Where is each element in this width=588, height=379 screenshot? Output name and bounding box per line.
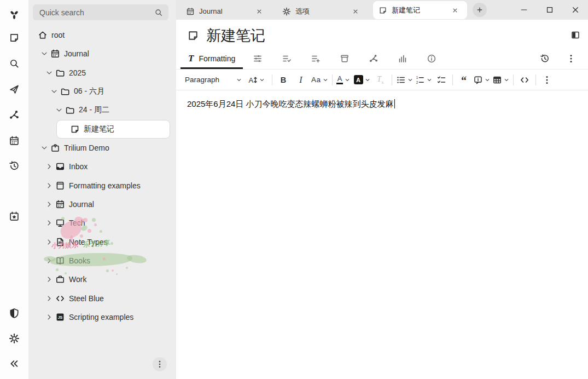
- bold-button[interactable]: B: [276, 72, 290, 88]
- trilium-logo-button[interactable]: [8, 8, 21, 21]
- tab-close-button[interactable]: [453, 6, 462, 15]
- insert-table-dropdown[interactable]: [492, 72, 509, 88]
- note-info-button[interactable]: [417, 48, 446, 69]
- ribbon-tab-formatting[interactable]: T Formatting: [181, 48, 243, 69]
- ribbon-more-button[interactable]: [564, 50, 578, 67]
- quick-search[interactable]: [33, 4, 168, 20]
- tree-item-Inbox[interactable]: Inbox: [28, 157, 176, 176]
- tree-item-24 - 周二[interactable]: 24 - 周二: [28, 101, 176, 119]
- new-note-button[interactable]: [8, 31, 21, 44]
- tree-item-Steel Blue[interactable]: Steel Blue: [28, 289, 176, 308]
- inherited-attributes-button[interactable]: [301, 48, 330, 69]
- tab-Journal[interactable]: Journal: [181, 3, 271, 20]
- blockquote-button[interactable]: “: [457, 72, 471, 88]
- ribbon: T Formatting: [176, 48, 588, 70]
- note-paths-button[interactable]: [330, 48, 359, 69]
- window-minimize-button[interactable]: [515, 2, 532, 18]
- tree-expander-icon[interactable]: [45, 313, 53, 321]
- note-title[interactable]: 新建笔记: [206, 26, 265, 45]
- kebab-icon: [542, 75, 552, 85]
- recent-changes-button[interactable]: [8, 159, 21, 173]
- window-maximize-button[interactable]: [541, 2, 558, 18]
- tree-expander-icon[interactable]: [45, 257, 53, 265]
- tree-expander-icon[interactable]: [45, 238, 53, 246]
- tree-expander-icon[interactable]: [45, 182, 53, 190]
- tree-item-Formatting examples[interactable]: Formatting examples: [28, 176, 176, 195]
- font-size-dropdown[interactable]: A: [244, 72, 268, 88]
- tree-item-label: Scripting examples: [69, 313, 133, 321]
- tree-item-Trilium Demo[interactable]: Trilium Demo: [28, 139, 176, 157]
- tree-expander-icon[interactable]: [55, 106, 63, 114]
- tab-close-button[interactable]: [353, 7, 362, 16]
- tree-actions-button[interactable]: [153, 357, 167, 371]
- maximize-icon: [545, 5, 554, 14]
- bulleted-list-dropdown[interactable]: [396, 72, 413, 88]
- numbered-list-dropdown[interactable]: 12: [415, 72, 432, 88]
- text-case-dropdown[interactable]: Aa: [311, 72, 328, 88]
- tree-expander-icon[interactable]: [40, 144, 48, 152]
- today-button[interactable]: [8, 210, 21, 223]
- tree-item-Note Types[interactable]: Note Types: [28, 233, 176, 251]
- note-revisions-button[interactable]: [538, 50, 552, 67]
- history-icon: [540, 54, 550, 64]
- tree-expander-icon[interactable]: [40, 50, 48, 58]
- tree-item-root[interactable]: root: [28, 26, 176, 44]
- tree-expander-icon[interactable]: [45, 295, 53, 302]
- chevron-down-icon: [504, 77, 509, 83]
- italic-button[interactable]: I: [294, 72, 308, 88]
- tree-item-新建笔记[interactable]: 新建笔记: [28, 120, 176, 139]
- tree-item-Scripting examples[interactable]: JS Scripting examples: [28, 308, 176, 326]
- tree-item-label: Trilium Demo: [64, 143, 109, 152]
- info-icon: [427, 54, 436, 64]
- tree-expander-icon[interactable]: [45, 275, 53, 283]
- window-close-button[interactable]: [567, 2, 584, 18]
- tab-选项[interactable]: 选项: [277, 3, 368, 20]
- tree-item-Work[interactable]: Work: [28, 270, 176, 289]
- collapse-pane-icon: [9, 358, 20, 369]
- note-type-icon[interactable]: [187, 30, 199, 42]
- note-editor[interactable]: 2025年6月24日 小刀今晚吃变态辣螺蛳粉被辣到头皮发麻: [176, 90, 588, 379]
- basic-properties-button[interactable]: [243, 48, 272, 69]
- create-split-button[interactable]: [570, 30, 580, 42]
- monitor-icon: [55, 218, 65, 228]
- tree-item-Tech[interactable]: Tech: [28, 214, 176, 232]
- similar-notes-button[interactable]: [388, 48, 417, 69]
- formatting-toolbar: Paragraph A B I Aa A: [176, 70, 588, 90]
- protected-session-button[interactable]: [8, 307, 21, 320]
- tab-新建笔记[interactable]: 新建笔记: [373, 1, 467, 19]
- background-color-dropdown[interactable]: A: [354, 72, 370, 88]
- font-size-icon: A: [248, 75, 258, 85]
- collapse-pane-button[interactable]: [8, 357, 21, 370]
- owned-attributes-button[interactable]: [272, 48, 301, 69]
- search-button[interactable]: [8, 57, 21, 70]
- toolbar-more-button[interactable]: [540, 72, 554, 88]
- window-controls: [507, 0, 588, 20]
- tree-expander-icon[interactable]: [45, 163, 53, 170]
- tree-expander-icon[interactable]: [50, 88, 58, 95]
- code-block-button[interactable]: [517, 72, 532, 88]
- note-map-button[interactable]: [8, 108, 21, 122]
- tree-expander-icon[interactable]: [45, 200, 53, 208]
- jump-to-note-button[interactable]: [8, 83, 21, 96]
- toolbar-separator: [332, 74, 333, 85]
- tree-item-Journal[interactable]: Journal: [28, 44, 176, 63]
- settings-button[interactable]: [8, 332, 21, 345]
- admonition-dropdown[interactable]: [473, 72, 490, 88]
- tree-item-Books[interactable]: Books: [28, 251, 176, 270]
- quick-search-input[interactable]: [38, 8, 154, 18]
- tree-item-2025[interactable]: 2025: [28, 64, 176, 82]
- tree-item-06 - 六月[interactable]: 06 - 六月: [28, 82, 176, 101]
- note-map-icon: [9, 110, 20, 120]
- todo-list-button[interactable]: [434, 72, 449, 88]
- note-map-button[interactable]: [359, 48, 388, 69]
- new-tab-button[interactable]: [473, 3, 487, 17]
- calendar-button[interactable]: [8, 134, 21, 147]
- tree-expander-icon[interactable]: [45, 219, 53, 227]
- paragraph-style-dropdown[interactable]: Paragraph: [183, 72, 244, 88]
- tab-label: 新建笔记: [392, 5, 420, 15]
- svg-text:“: “: [461, 75, 467, 85]
- tree-expander-icon[interactable]: [45, 69, 53, 77]
- font-color-dropdown[interactable]: A: [336, 72, 351, 88]
- tab-close-button[interactable]: [257, 7, 266, 16]
- tree-item-Journal[interactable]: Journal: [28, 195, 176, 214]
